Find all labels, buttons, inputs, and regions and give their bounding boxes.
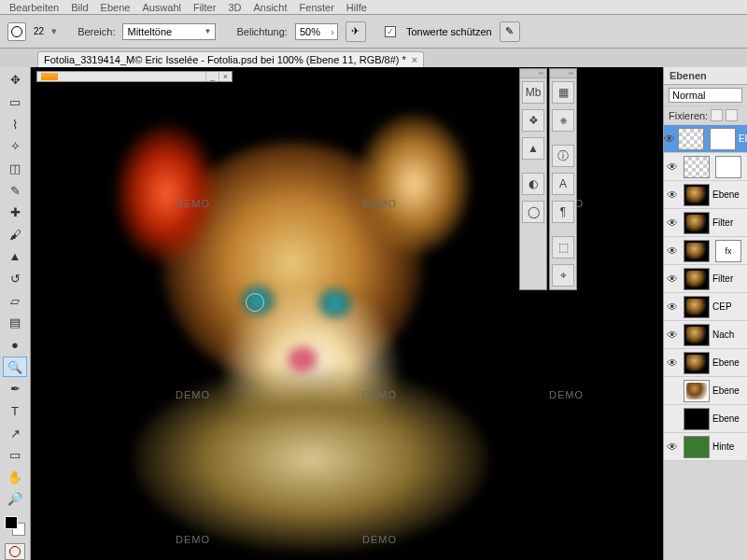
canvas-area[interactable]: DEMO DEMO DEMO DEMO DEMO DEMO DEMO DEMO …	[31, 67, 663, 560]
visibility-icon[interactable]: 👁	[664, 329, 681, 342]
move-tool[interactable]: ✥	[3, 70, 27, 91]
marquee-tool[interactable]: ▭	[3, 92, 27, 113]
layer-thumbnail[interactable]	[684, 268, 710, 290]
menu-3d[interactable]: 3D	[228, 2, 241, 12]
panel-icon[interactable]: Mb	[522, 81, 544, 104]
menu-ebene[interactable]: Ebene	[101, 2, 131, 12]
wand-tool[interactable]: ✧	[3, 136, 27, 157]
layer-thumbnail[interactable]	[684, 324, 710, 346]
exposure-input[interactable]: 50%	[295, 23, 338, 40]
document-tab[interactable]: Fotolia_3319414_M© Eric Isselée - Fotoli…	[37, 51, 424, 67]
layer-thumbnail[interactable]	[678, 128, 704, 150]
layers-tab[interactable]: Ebenen	[664, 67, 747, 85]
visibility-icon[interactable]: 👁	[664, 273, 681, 286]
visibility-icon[interactable]: 👁	[664, 301, 681, 314]
visibility-icon[interactable]: 👁	[664, 357, 681, 370]
dodge-tool[interactable]: 🔍	[3, 357, 27, 377]
lasso-tool[interactable]: ⌇	[3, 114, 27, 134]
layer-thumbnail[interactable]	[684, 296, 710, 318]
blur-tool[interactable]: ●	[3, 335, 27, 356]
layers-panel: Ebenen Normal Fixieren: 👁Ebene 11👁👁Ebene…	[663, 67, 747, 560]
quick-mask-icon[interactable]	[5, 543, 25, 560]
brush-tool[interactable]: 🖌	[3, 224, 27, 245]
layer-thumbnail[interactable]	[684, 212, 710, 234]
hand-tool[interactable]: ✋	[3, 468, 27, 488]
layer-row[interactable]: Ebene	[664, 377, 747, 405]
panel-icon[interactable]: ◯	[522, 201, 544, 223]
panel-icon[interactable]: A	[552, 173, 574, 195]
layer-row[interactable]: 👁Hinte	[664, 433, 747, 461]
layer-thumbnail[interactable]	[684, 408, 710, 430]
stamp-tool[interactable]: ▲	[3, 246, 27, 267]
layer-row[interactable]: 👁Ebene 11	[664, 125, 747, 153]
visibility-icon[interactable]: 👁	[664, 245, 681, 258]
protect-tones-checkbox[interactable]: ✓	[385, 26, 396, 37]
zoom-tool[interactable]: 🔎	[3, 489, 27, 510]
layer-row[interactable]: 👁Filter	[664, 265, 747, 293]
panel-collapse-icon[interactable]: ››	[550, 69, 576, 78]
healing-tool[interactable]: ✚	[3, 203, 27, 223]
layer-thumbnail[interactable]	[684, 380, 710, 402]
panel-icon[interactable]: ⌖	[552, 264, 574, 287]
menu-filter[interactable]: Filter	[193, 2, 216, 12]
layer-row[interactable]: 👁fx	[664, 237, 747, 265]
layer-row[interactable]: 👁Filter	[664, 209, 747, 237]
panel-icon[interactable]: ▦	[552, 81, 574, 104]
lock-pixels-icon[interactable]	[726, 109, 738, 121]
type-tool[interactable]: T	[3, 401, 27, 422]
minimize-icon[interactable]: _	[205, 72, 218, 81]
menu-fenster[interactable]: Fenster	[300, 2, 334, 12]
layer-thumbnail[interactable]	[684, 352, 710, 374]
layer-row[interactable]: Ebene	[664, 405, 747, 433]
panel-icon[interactable]: ⓘ	[552, 145, 574, 167]
panel-icon[interactable]: ◐	[522, 173, 544, 195]
pen-tool[interactable]: ✒	[3, 379, 27, 399]
layer-row[interactable]: 👁Ebene	[664, 349, 747, 377]
layer-row[interactable]: 👁Nach	[664, 321, 747, 349]
layer-thumbnail[interactable]	[684, 240, 710, 262]
layer-mask-thumbnail[interactable]	[710, 128, 736, 150]
airbrush-icon[interactable]: ✈	[345, 21, 366, 42]
layer-thumbnail[interactable]	[684, 156, 710, 178]
color-swatch[interactable]	[5, 516, 25, 537]
brush-size-value[interactable]: 22	[34, 26, 44, 36]
visibility-icon[interactable]: 👁	[664, 161, 681, 174]
menu-auswahl[interactable]: Auswahl	[142, 2, 181, 12]
close-icon[interactable]: ×	[218, 72, 232, 81]
layer-mask-thumbnail[interactable]: fx	[715, 240, 741, 262]
tablet-pressure-icon[interactable]: ✎	[500, 21, 520, 42]
menu-bearbeiten[interactable]: Bearbeiten	[9, 2, 59, 12]
lock-transparency-icon[interactable]	[711, 109, 723, 121]
menu-ansicht[interactable]: Ansicht	[253, 2, 287, 12]
panel-icon[interactable]: ⬚	[552, 236, 574, 259]
panel-icon[interactable]: ❖	[522, 109, 544, 132]
visibility-icon[interactable]: 👁	[664, 441, 681, 454]
floating-window[interactable]: _×	[36, 71, 233, 82]
crop-tool[interactable]: ◫	[3, 159, 27, 179]
layer-row[interactable]: 👁Ebene	[664, 181, 747, 209]
visibility-icon[interactable]: 👁	[664, 189, 681, 202]
panel-icon[interactable]: ⎈	[552, 109, 574, 132]
range-dropdown[interactable]: Mitteltöne	[122, 23, 216, 40]
panel-icon[interactable]: ¶	[552, 201, 574, 223]
brush-preview-icon[interactable]	[7, 22, 26, 41]
layer-thumbnail[interactable]	[684, 184, 710, 206]
panel-collapse-icon[interactable]: ››	[520, 69, 546, 78]
layer-mask-thumbnail[interactable]	[715, 156, 741, 178]
visibility-icon[interactable]: 👁	[664, 133, 675, 146]
panel-icon[interactable]: ▲	[522, 137, 544, 160]
history-brush-tool[interactable]: ↺	[3, 269, 27, 289]
layer-thumbnail[interactable]	[684, 436, 710, 458]
menu-bild[interactable]: Bild	[71, 2, 88, 12]
path-tool[interactable]: ↗	[3, 423, 27, 443]
blend-mode-dropdown[interactable]: Normal	[669, 88, 742, 103]
shape-tool[interactable]: ▭	[3, 445, 27, 466]
eraser-tool[interactable]: ▱	[3, 290, 27, 311]
close-icon[interactable]: ×	[412, 54, 417, 65]
eyedropper-tool[interactable]: ✎	[3, 180, 27, 201]
visibility-icon[interactable]: 👁	[664, 217, 681, 230]
layer-row[interactable]: 👁CEP	[664, 293, 747, 321]
layer-row[interactable]: 👁	[664, 153, 747, 181]
gradient-tool[interactable]: ▤	[3, 313, 27, 333]
menu-hilfe[interactable]: Hilfe	[346, 2, 367, 12]
